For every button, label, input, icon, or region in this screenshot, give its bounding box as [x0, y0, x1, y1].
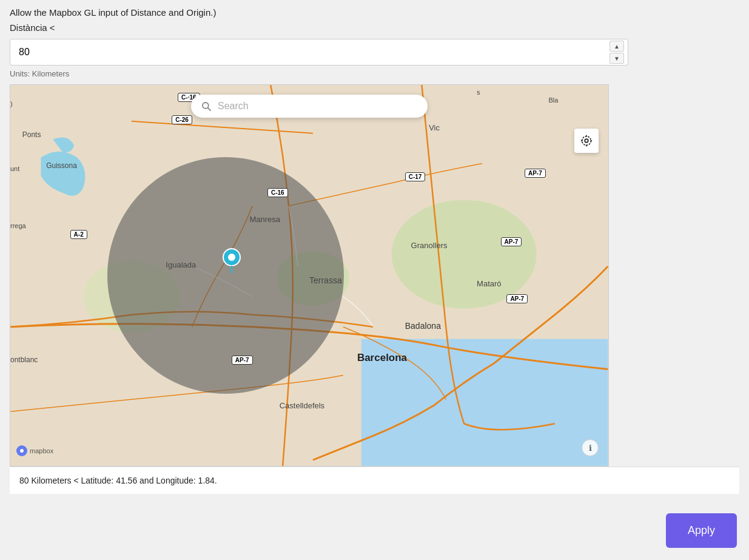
svg-point-6 [203, 103, 209, 109]
section-label: Distància < [10, 22, 739, 33]
mapbox-logo-text: mapbox [30, 447, 53, 454]
place-ontblanc: ontblanc [10, 356, 38, 364]
status-bar: 80 Kilometers < Latitude: 41.56 and Long… [10, 467, 739, 494]
units-label: Units: Kilometers [10, 69, 739, 78]
spinner-up-button[interactable]: ▲ [610, 41, 624, 52]
place-partial: s [477, 89, 480, 96]
road-c26: C-26 [172, 115, 192, 124]
svg-line-7 [208, 108, 211, 111]
info-button[interactable]: ℹ [582, 439, 599, 456]
road-c16: C-16 [267, 188, 288, 197]
location-button[interactable] [574, 129, 599, 153]
place-granollers: Granollers [411, 241, 448, 250]
road-ap7-top: AP-7 [525, 169, 546, 178]
distance-input-wrapper: ▲ ▼ [10, 39, 628, 66]
map-pin [222, 248, 241, 275]
place-terrassa: Terrassa [309, 275, 342, 285]
page-title: Allow the Mapbox GL input of Distance an… [10, 7, 739, 18]
place-bla: Bla [548, 96, 558, 104]
svg-point-14 [20, 449, 24, 453]
mapbox-logo-circle [16, 445, 27, 456]
spinner-down-button[interactable]: ▼ [610, 53, 624, 64]
place-castelldefels: Castelldefels [280, 401, 324, 410]
road-ap7-south: AP-7 [232, 356, 253, 365]
place-mataro: Mataró [477, 279, 501, 288]
mapbox-logo: mapbox [16, 445, 53, 456]
info-icon: ℹ [589, 444, 592, 453]
road-ap7-coast: AP-7 [506, 294, 528, 303]
road-a2: A-2 [70, 230, 87, 239]
place-rrega: rrega [10, 222, 26, 229]
search-input[interactable] [218, 101, 418, 112]
svg-point-9 [582, 137, 591, 146]
place-guissona: Guissona [46, 161, 77, 170]
place-badalona: Badalona [405, 321, 441, 331]
place-manresa: Manresa [249, 215, 280, 224]
spinner-buttons: ▲ ▼ [610, 40, 624, 64]
place-igualada: Igualada [166, 260, 196, 269]
location-icon [580, 134, 593, 147]
svg-point-8 [585, 139, 588, 143]
svg-point-5 [228, 254, 235, 261]
svg-point-1 [392, 200, 537, 308]
road-c17: C-17 [405, 172, 426, 181]
map-background: Gironella Ponts Guissona Vic Manresa Igu… [10, 85, 608, 466]
place-bracket: ) [10, 100, 13, 107]
map-container[interactable]: Gironella Ponts Guissona Vic Manresa Igu… [10, 84, 609, 467]
search-overlay [191, 95, 428, 118]
distance-input[interactable] [10, 39, 610, 65]
place-vic: Vic [429, 123, 440, 132]
place-ponts: Ponts [22, 130, 41, 139]
status-text: 80 Kilometers < Latitude: 41.56 and Long… [19, 476, 217, 485]
search-icon [201, 101, 212, 112]
radius-circle [107, 157, 344, 394]
place-barcelona: Barcelona [357, 352, 407, 364]
place-unt: unt [10, 165, 19, 172]
road-ap7-mid: AP-7 [501, 237, 522, 246]
apply-button[interactable]: Apply [666, 513, 737, 548]
